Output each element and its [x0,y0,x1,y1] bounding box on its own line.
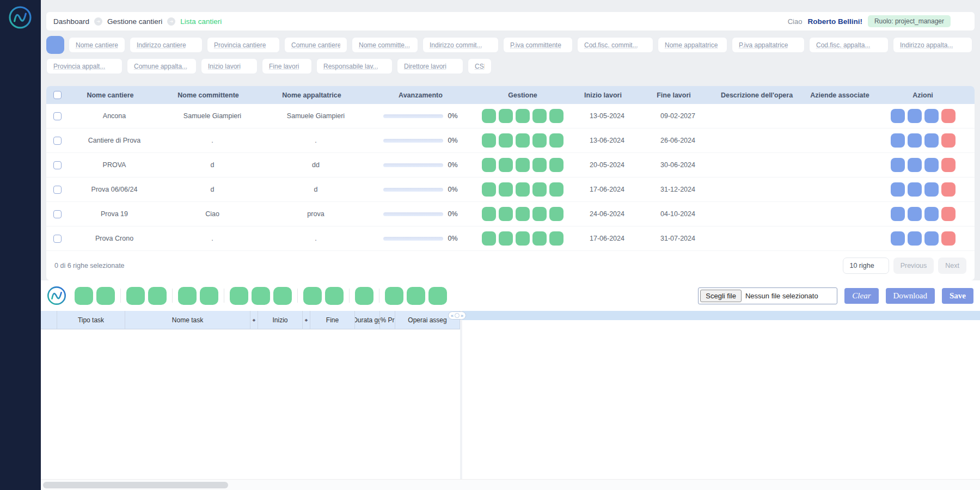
gestione-gantt-button[interactable] [482,207,496,221]
gantt-hscrollbar-thumb[interactable] [43,482,228,488]
filter-p-iva-appaltatrice[interactable] [732,37,805,53]
filter-provincia-appalt[interactable] [46,58,122,74]
gestione-tasks-button[interactable] [532,158,547,172]
row-checkbox[interactable] [53,210,62,218]
filter-cod-fisc-appalta[interactable] [809,37,889,53]
scroll-right-icon[interactable]: » [461,313,463,318]
scroll-left-icon[interactable]: « [451,313,454,318]
filter-p-iva-committente[interactable] [503,37,573,53]
column-header[interactable]: Inizio lavori [572,86,642,104]
breadcrumb-item[interactable]: Dashboard [53,17,89,26]
gestione-clipboard-check-button[interactable] [516,182,530,197]
azione-copy-button[interactable] [908,133,922,148]
filter-cod-fisc-commit[interactable] [577,37,653,53]
column-header[interactable]: Nome appaltatrice [264,86,367,104]
sidebar-item-crane[interactable] [0,39,41,56]
row-checkbox[interactable] [53,137,62,145]
azione-trash-button[interactable] [941,109,955,123]
gestione-clipboard-check-button[interactable] [516,133,530,148]
column-header[interactable]: Nome committente [161,86,264,104]
azione-copy-button[interactable] [908,231,922,246]
gestione-gantt-button[interactable] [482,158,496,172]
azione-edit-button[interactable] [891,133,905,148]
save-button[interactable]: Save [942,288,973,304]
gestione-clipboard-check-button[interactable] [516,158,530,172]
sidebar-item-crate[interactable] [0,101,41,118]
gantt-move-up-button[interactable] [178,287,197,305]
gestione-gantt-button[interactable] [482,133,496,148]
gantt-undo-button[interactable] [75,287,93,305]
azione-move-button[interactable] [924,133,939,148]
sidebar-item-user[interactable] [0,60,41,77]
gestione-list-card-button[interactable] [499,158,513,172]
gantt-view-split-button[interactable] [407,287,425,305]
azione-move-button[interactable] [924,182,939,197]
azione-move-button[interactable] [924,158,939,172]
gantt-trash-button[interactable] [230,287,248,305]
azione-copy-button[interactable] [908,182,922,197]
app-logo-icon[interactable] [8,5,33,30]
timeline-scroll-control[interactable]: « » [448,311,466,320]
azione-trash-button[interactable] [941,231,955,246]
filter-provincia-cantiere[interactable] [207,37,280,53]
page-size-select[interactable]: 10 righe [843,258,889,274]
gantt-zoom-out-button[interactable] [303,287,322,305]
choose-file-button[interactable]: Scegli file [700,290,742,302]
sidebar-item-logs[interactable] [0,143,41,160]
gestione-download-button[interactable] [549,158,564,172]
azione-trash-button[interactable] [941,182,955,197]
gestione-list-card-button[interactable] [499,231,513,246]
breadcrumb-item[interactable]: Gestione cantieri [107,17,162,26]
sort-icon[interactable] [694,92,699,99]
gantt-move-down-button[interactable] [200,287,218,305]
gantt-outdent-button[interactable] [126,287,145,305]
gestione-tasks-button[interactable] [532,133,547,148]
gestione-download-button[interactable] [549,182,564,197]
gestione-tasks-button[interactable] [532,207,547,221]
azione-move-button[interactable] [924,231,939,246]
sort-icon[interactable] [137,92,142,99]
gestione-list-card-button[interactable] [499,182,513,197]
gantt-indent-button[interactable] [148,287,167,305]
azione-trash-button[interactable] [941,158,955,172]
breadcrumb-item[interactable]: Lista cantieri [180,17,222,26]
column-header[interactable]: Descrizione dell'opera [713,86,808,104]
clear-button[interactable]: Clear [844,288,878,304]
filter-indirizzo-cantiere[interactable] [130,37,203,53]
gestione-gantt-button[interactable] [482,109,496,123]
azione-move-button[interactable] [924,207,939,221]
sidebar-item-modules[interactable] [0,81,41,97]
gantt-file-input[interactable]: Scegli file Nessun file selezionato [698,287,837,304]
sort-icon[interactable] [242,92,247,99]
sort-icon[interactable] [344,92,350,99]
azione-trash-button[interactable] [941,133,955,148]
filter-direttore-lavori[interactable] [397,58,463,74]
search-button[interactable] [46,36,64,54]
previous-page-button[interactable]: Previous [893,258,934,274]
gestione-clipboard-check-button[interactable] [516,207,530,221]
azione-trash-button[interactable] [941,207,955,221]
gestione-download-button[interactable] [549,231,564,246]
gantt-expand-button[interactable] [273,287,292,305]
filter-indirizzo-commit[interactable] [422,37,499,53]
azione-edit-button[interactable] [891,207,905,221]
sort-icon[interactable] [624,92,630,99]
filter-inizio-lavori[interactable] [201,58,258,74]
gestione-list-card-button[interactable] [499,207,513,221]
gestione-tasks-button[interactable] [532,182,547,197]
azione-edit-button[interactable] [891,158,905,172]
gestione-gantt-button[interactable] [482,231,496,246]
azione-edit-button[interactable] [891,109,905,123]
gestione-list-card-button[interactable] [499,133,513,148]
select-all-checkbox[interactable] [53,91,62,99]
gestione-download-button[interactable] [549,133,564,148]
azione-copy-button[interactable] [908,109,922,123]
gantt-redo-button[interactable] [96,287,115,305]
filter-responsabile-lav[interactable] [316,58,393,74]
next-page-button[interactable]: Next [938,258,966,274]
filter-cse[interactable] [468,58,492,74]
gestione-download-button[interactable] [549,207,564,221]
gantt-print-button[interactable] [355,287,373,305]
sidebar-item-billing[interactable] [0,122,41,139]
row-checkbox[interactable] [53,161,62,169]
